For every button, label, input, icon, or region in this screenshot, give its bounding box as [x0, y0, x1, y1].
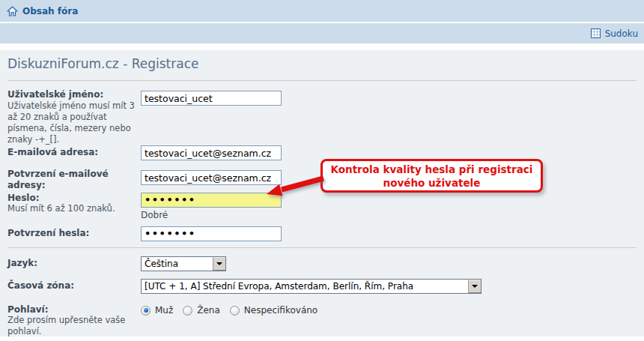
timezone-select[interactable]: [UTC + 1, A] Střední Evropa, Amsterdam, … [141, 279, 482, 294]
email-label: E-mailová adresa: [7, 147, 138, 158]
password-strength-label: Dobré [141, 210, 168, 220]
breadcrumb-label: Obsah fóra [22, 6, 78, 16]
gender-hint: Zde prosím upřesněte vaše pohlaví. [7, 315, 139, 337]
password-confirm-input[interactable] [141, 226, 282, 241]
gender-option-label: Muž [155, 305, 173, 316]
username-input[interactable] [141, 91, 282, 106]
gender-options: Muž Žena Nespecifikováno [141, 305, 318, 316]
username-hint: Uživatelské jméno musí mít 3 až 20 znaků… [7, 100, 139, 145]
language-selected-value: Čeština [142, 257, 213, 271]
callout-text-line1: Kontrola kvality hesla při registraci [331, 163, 533, 176]
section-divider [7, 247, 637, 248]
email-confirm-label: Potvrzení e-mailové adresy: [7, 169, 127, 191]
annotation-arrow-icon [261, 171, 332, 205]
annotation-callout: Kontrola kvality hesla při registraci no… [321, 159, 543, 193]
email-input[interactable] [141, 145, 282, 160]
username-label: Uživatelské jméno: [7, 89, 138, 100]
dropdown-arrow-icon [468, 280, 481, 293]
language-label: Jazyk: [7, 258, 138, 269]
page-title: DiskuzniForum.cz - Registrace [7, 56, 198, 71]
password-confirm-label: Potvrzení hesla: [7, 228, 138, 239]
sudoku-label: Sudoku [605, 28, 638, 39]
top-navbar: Obsah fóra [0, 0, 644, 22]
sub-navbar: Sudoku [0, 23, 644, 43]
registration-page: Obsah fóra Sudoku DiskuzniForum.cz - Reg… [0, 0, 644, 341]
gender-option-unspecified[interactable]: Nespecifikováno [230, 305, 318, 316]
sudoku-link[interactable]: Sudoku [591, 23, 638, 43]
gender-option-male[interactable]: Muž [141, 305, 173, 316]
radio-checked-icon[interactable] [141, 306, 151, 316]
dropdown-arrow-icon [213, 257, 225, 271]
gender-label: Pohlaví: [7, 304, 138, 316]
sudoku-grid-icon [591, 28, 601, 38]
password-hint: Musí mít 6 až 100 znaků. [7, 203, 139, 214]
radio-unchecked-icon[interactable] [230, 306, 240, 316]
timezone-label: Časová zóna: [7, 280, 138, 292]
breadcrumb-forum-index[interactable]: Obsah fóra [7, 0, 78, 22]
home-icon [7, 6, 18, 16]
gender-option-label: Nespecifikováno [244, 305, 318, 316]
title-divider [7, 80, 637, 81]
radio-unchecked-icon[interactable] [183, 306, 192, 316]
timezone-selected-value: [UTC + 1, A] Střední Evropa, Amsterdam, … [142, 280, 468, 293]
callout-text-line2: nového uživatele [383, 176, 481, 190]
password-label: Heslo: [7, 193, 138, 204]
language-select[interactable]: Čeština [141, 256, 226, 271]
gender-option-label: Žena [197, 305, 220, 316]
gender-option-female[interactable]: Žena [183, 305, 220, 316]
